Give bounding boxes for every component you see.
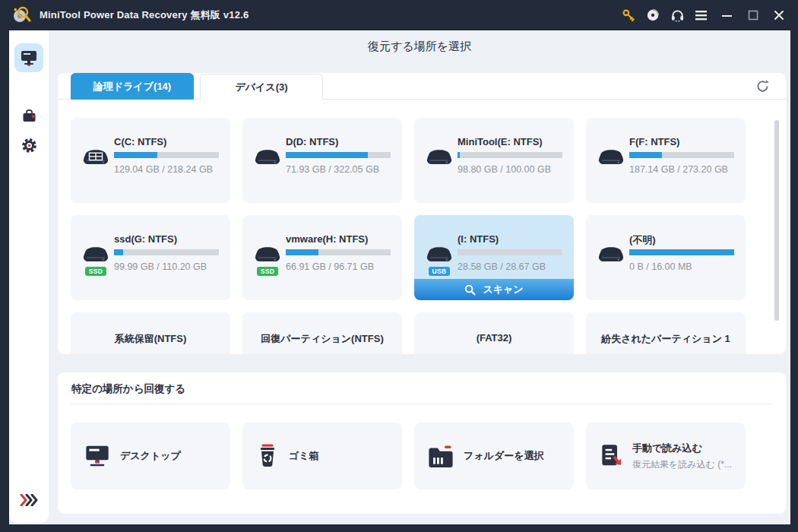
capacity-bar-fill <box>114 249 123 255</box>
drive-card-MiniTool(E: NTFS)[interactable]: MiniTool(E: NTFS) 98.80 GB / 100.00 GB <box>414 118 574 203</box>
support-headset-icon[interactable] <box>667 5 687 25</box>
drive-capacity: 71.93 GB / 322.05 GB <box>286 164 379 175</box>
drive-name: vmware(H: NTFS) <box>286 233 394 245</box>
drive-icon-column <box>250 145 285 167</box>
drive-name: (FAT32) <box>477 332 512 344</box>
drive-name: 紛失されたパーティション 1 <box>601 333 730 344</box>
capacity-bar <box>458 152 562 158</box>
desktop-icon <box>84 444 110 468</box>
device-drive-icon <box>21 109 37 125</box>
hdd-icon <box>425 242 454 264</box>
scan-button[interactable]: スキャン <box>414 279 574 300</box>
titlebar: MiniTool Power Data Recovery 無料版 v12.6 <box>0 0 798 30</box>
tab-logical-drives[interactable]: 論理ドライブ(14) <box>71 73 194 100</box>
drive-type-badge: SSD <box>85 267 106 276</box>
select-folder-label: フォルダーを選択 <box>464 449 544 463</box>
drive-name: ssd(G: NTFS) <box>114 233 222 245</box>
recycle-bin-icon <box>256 444 279 468</box>
drive-capacity: 66.91 GB / 96.71 GB <box>286 261 374 272</box>
drive-name: 系統保留(NTFS) <box>115 333 187 344</box>
drive-name: D(D: NTFS) <box>286 136 394 147</box>
close-icon[interactable] <box>769 5 789 25</box>
drive-icon-column: USB <box>422 242 457 276</box>
capacity-bar <box>458 249 562 255</box>
register-key-icon[interactable] <box>619 5 638 25</box>
app-window: MiniTool Power Data Recovery 無料版 v12.6 <box>0 0 798 532</box>
minimize-icon[interactable] <box>717 5 737 25</box>
page-title: 復元する場所を選択 <box>49 40 790 54</box>
hdd-icon <box>253 242 282 264</box>
drive-name: (不明) <box>629 233 737 247</box>
desktop-label: デスクトップ <box>120 449 181 463</box>
scan-button-label: スキャン <box>483 283 523 296</box>
manual-load-label: 手動で読み込む <box>632 442 732 455</box>
hdd-icon <box>81 242 110 264</box>
drive-capacity: 99.99 GB / 110.20 GB <box>114 261 207 272</box>
sidebar <box>9 30 49 523</box>
hdd-icon <box>597 242 625 264</box>
settings-gear-icon <box>21 138 37 154</box>
desktop-card[interactable]: デスクトップ <box>71 423 230 489</box>
drive-card-vmware(H: NTFS)[interactable]: SSD vmware(H: NTFS) 66.91 GB / 96.71 GB <box>242 215 402 300</box>
recycle-bin-label: ゴミ箱 <box>289 449 319 463</box>
drive-card-F(F: NTFS)[interactable]: F(F: NTFS) 187.14 GB / 273.20 GB <box>586 118 746 203</box>
sidebar-item-settings[interactable] <box>14 131 43 160</box>
tab-strip: 論理ドライブ(14) デバイス(3) <box>58 73 786 100</box>
drive-icon-column <box>594 242 629 264</box>
folder-icon <box>428 445 454 467</box>
drive-icon-column: SSD <box>78 242 113 276</box>
drive-capacity: 28.58 GB / 28.67 GB <box>458 261 546 272</box>
double-chevron-icon <box>20 494 38 506</box>
drive-card-紛失されたパーティション 1[interactable]: 紛失されたパーティション 1 <box>586 312 746 354</box>
drive-capacity: 129.04 GB / 218.24 GB <box>114 164 213 175</box>
load-result-icon <box>600 444 622 468</box>
drive-name: MiniTool(E: NTFS) <box>458 136 565 147</box>
select-folder-card[interactable]: フォルダーを選択 <box>414 423 574 489</box>
capacity-bar-fill <box>286 249 318 255</box>
drive-card-系統保留(NTFS)[interactable]: 系統保留(NTFS) <box>71 312 230 354</box>
drive-card-ssd(G: NTFS)[interactable]: SSD ssd(G: NTFS) 99.99 GB / 110.20 GB <box>71 215 230 300</box>
hdd-icon <box>425 145 454 167</box>
sidebar-item-devices[interactable] <box>14 102 43 131</box>
capacity-bar-fill <box>458 152 460 158</box>
drive-name: (I: NTFS) <box>458 233 565 245</box>
capacity-bar-fill <box>114 152 157 158</box>
drive-type-badge: SSD <box>257 267 278 276</box>
maximize-icon[interactable] <box>743 5 763 25</box>
menu-icon[interactable] <box>692 5 711 25</box>
sidebar-item-logical-drives[interactable] <box>14 43 43 72</box>
capacity-bar <box>629 152 734 158</box>
capacity-bar <box>286 152 391 158</box>
hdd-icon <box>81 145 110 167</box>
refresh-button[interactable] <box>754 78 771 94</box>
drive-type-badge: USB <box>429 267 451 276</box>
capacity-bar-fill <box>629 249 734 255</box>
capacity-bar <box>114 152 219 158</box>
capacity-bar <box>286 249 391 255</box>
tab-devices[interactable]: デバイス(3) <box>200 74 323 100</box>
hdd-icon <box>253 145 282 167</box>
drive-name: C(C: NTFS) <box>114 136 222 147</box>
hdd-icon <box>597 145 625 167</box>
drive-capacity: 187.14 GB / 273.20 GB <box>629 164 728 175</box>
drive-card-回復パーティション(NTFS)[interactable]: 回復パーティション(NTFS) <box>242 312 402 354</box>
sidebar-expand-button[interactable] <box>9 494 49 506</box>
dvd-media-icon[interactable] <box>643 5 663 25</box>
drive-card-(不明)[interactable]: (不明) 0 B / 16.00 MB <box>586 215 746 300</box>
manual-load-subtitle: 復元結果を読み込む (*... <box>632 458 732 471</box>
specific-locations-panel: 特定の場所から回復する デスクトップ <box>58 372 786 514</box>
drive-card-(I: NTFS)[interactable]: USB (I: NTFS) 28.58 GB / 28.67 GB スキャン <box>414 215 574 300</box>
drive-icon-column <box>422 145 457 167</box>
capacity-bar-fill <box>629 152 662 158</box>
vertical-scrollbar-thumb[interactable] <box>774 120 779 321</box>
manual-load-card[interactable]: 手動で読み込む 復元結果を読み込む (*... <box>586 423 746 489</box>
drive-card-D(D: NTFS)[interactable]: D(D: NTFS) 71.93 GB / 322.05 GB <box>242 118 402 203</box>
recycle-bin-card[interactable]: ゴミ箱 <box>242 423 402 489</box>
drive-icon-column <box>78 145 113 167</box>
drive-name: F(F: NTFS) <box>629 136 737 147</box>
refresh-icon <box>755 79 770 93</box>
scan-magnifier-icon <box>464 284 476 296</box>
drives-grid: C(C: NTFS) 129.04 GB / 218.24 GB D(D: NT… <box>71 118 746 354</box>
drive-card-(FAT32)[interactable]: (FAT32) <box>414 312 574 354</box>
drive-card-C(C: NTFS)[interactable]: C(C: NTFS) 129.04 GB / 218.24 GB <box>71 118 230 203</box>
